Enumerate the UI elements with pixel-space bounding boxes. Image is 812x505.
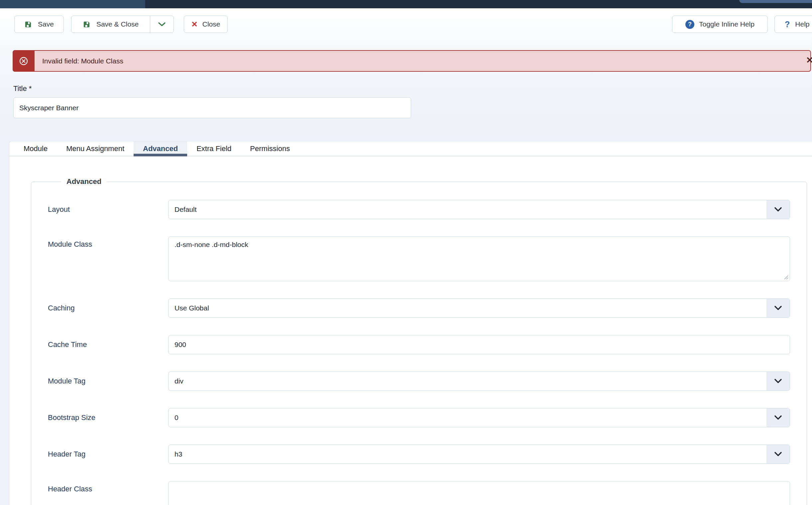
tab-advanced[interactable]: Advanced — [134, 141, 187, 156]
tab-bar: Module Menu Assignment Advanced Extra Fi… — [9, 141, 812, 156]
cache-time-label: Cache Time — [48, 340, 168, 349]
close-button[interactable]: ✕ Close — [184, 16, 228, 33]
bootstrap-size-row: Bootstrap Size 0 — [48, 408, 790, 427]
content-card: Module Menu Assignment Advanced Extra Fi… — [9, 141, 812, 505]
alert-icon-block — [13, 50, 34, 72]
admin-top-bar — [0, 0, 812, 8]
chevron-down-icon — [767, 408, 790, 427]
tab-extra-field[interactable]: Extra Field — [187, 141, 241, 156]
header-class-input[interactable] — [168, 481, 790, 505]
help-question-icon: ? — [785, 20, 790, 29]
module-class-textarea[interactable]: .d-sm-none .d-md-block — [168, 236, 790, 281]
chevron-down-icon — [767, 299, 790, 317]
module-tag-row: Module Tag div — [48, 371, 790, 391]
tab-permissions[interactable]: Permissions — [241, 141, 299, 156]
header-class-row: Header Class — [48, 481, 790, 505]
advanced-fieldset: Advanced Layout Default Module Class — [31, 177, 807, 505]
header-class-label: Header Class — [48, 484, 168, 494]
inline-help-question-icon: ? — [685, 20, 694, 29]
alert-close-icon[interactable]: ✕ — [806, 56, 812, 64]
active-tab-underline — [134, 154, 187, 156]
textarea-resize-handle[interactable] — [783, 275, 788, 280]
layout-select[interactable]: Default — [168, 200, 790, 219]
save-button[interactable]: Save — [14, 16, 64, 33]
title-label: Title * — [13, 84, 31, 93]
admin-top-bar-button-cut[interactable] — [739, 0, 812, 3]
close-button-label: Close — [203, 20, 220, 28]
caching-select[interactable]: Use Global — [168, 299, 790, 318]
bootstrap-size-label: Bootstrap Size — [48, 413, 168, 422]
save-and-close-label: Save & Close — [96, 20, 139, 28]
cache-time-input[interactable] — [168, 335, 790, 354]
save-floppy-icon — [83, 21, 90, 28]
header-tag-row: Header Tag h3 — [48, 445, 790, 464]
save-and-close-button[interactable]: Save & Close — [72, 16, 150, 32]
bootstrap-size-select[interactable]: 0 — [168, 408, 790, 427]
module-class-row: Module Class .d-sm-none .d-md-block — [48, 236, 790, 281]
error-alert: Invalid field: Module Class ✕ — [13, 50, 811, 72]
title-input[interactable] — [13, 97, 411, 118]
caching-label: Caching — [48, 304, 168, 313]
caching-row: Caching Use Global — [48, 299, 790, 318]
chevron-down-icon — [767, 372, 790, 390]
module-tag-label: Module Tag — [48, 376, 168, 386]
error-circle-x-icon — [19, 56, 28, 66]
close-x-icon: ✕ — [192, 21, 198, 28]
module-edit-page: Save Save & Close ✕ Close ? Toggle Inlin… — [0, 0, 812, 505]
save-floppy-icon — [24, 21, 32, 28]
chevron-down-icon — [767, 200, 790, 219]
tab-module[interactable]: Module — [14, 141, 57, 156]
toggle-inline-help-button[interactable]: ? Toggle Inline Help — [672, 16, 768, 33]
chevron-down-icon — [767, 445, 790, 464]
save-button-label: Save — [38, 20, 54, 28]
header-tag-label: Header Tag — [48, 450, 168, 459]
save-options-dropdown-toggle[interactable] — [150, 16, 173, 32]
header-tag-select[interactable]: h3 — [168, 445, 790, 464]
layout-label: Layout — [48, 205, 168, 214]
module-class-label: Module Class — [48, 240, 168, 249]
help-button[interactable]: ? Help — [775, 16, 812, 33]
tab-menu-assignment[interactable]: Menu Assignment — [57, 141, 134, 156]
toggle-inline-help-label: Toggle Inline Help — [699, 20, 755, 28]
advanced-legend: Advanced — [61, 177, 107, 186]
chevron-down-icon — [158, 22, 166, 27]
help-button-label: Help — [795, 20, 809, 28]
admin-top-bar-left-segment — [0, 0, 145, 8]
save-and-close-split-button: Save & Close — [71, 16, 174, 33]
cache-time-row: Cache Time — [48, 335, 790, 354]
layout-row: Layout Default — [48, 200, 790, 219]
module-tag-select[interactable]: div — [168, 371, 790, 391]
alert-message: Invalid field: Module Class — [42, 51, 123, 71]
